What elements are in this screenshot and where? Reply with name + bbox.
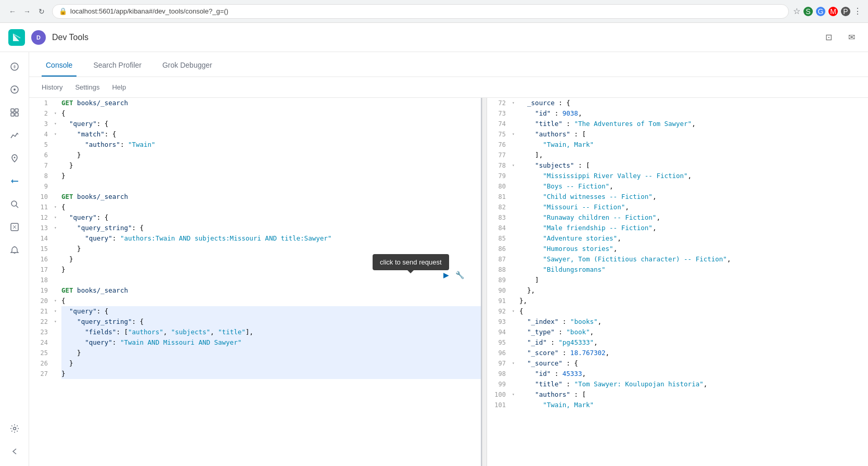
extension-icon-2[interactable]: G [816, 7, 825, 16]
resp-line-76: 76 "Twain, Mark" [487, 140, 868, 150]
editor-content[interactable]: 1 GET books/_search 2 ▾ { [29, 98, 481, 466]
action-buttons: ▶ 🔧 [440, 269, 465, 281]
svg-rect-6 [15, 113, 18, 116]
code-line-23: 23 "fields": ["authors", "subjects", "ti… [29, 327, 481, 337]
svg-point-7 [14, 157, 15, 158]
code-line-6: 6 } [29, 150, 481, 160]
svg-line-9 [16, 206, 18, 208]
mail-icon[interactable]: ✉ [843, 29, 860, 46]
browser-icons: ☆ S G M P ⋮ [793, 6, 862, 16]
collapse-icon [10, 447, 19, 456]
sidebar [0, 52, 29, 466]
resp-line-81: 81 "Child witnesses -- Fiction", [487, 192, 868, 202]
app-title: Dev Tools [52, 33, 88, 42]
fullscreen-icon[interactable]: ⊡ [820, 29, 837, 46]
sidebar-item-canvas[interactable] [4, 217, 25, 237]
code-line-8: 8 } [29, 171, 481, 181]
resp-line-85: 85 "Adventure stories", [487, 233, 868, 244]
play-button[interactable]: ▶ [440, 269, 452, 281]
extension-icon-1[interactable]: S [803, 7, 813, 16]
sidebar-item-search[interactable] [4, 194, 25, 215]
main-layout: Console Search Profiler Grok Debugger Hi… [0, 52, 868, 466]
editor-area: 1 GET books/_search 2 ▾ { [29, 98, 868, 466]
code-line-10: 10 GET books/_search [29, 192, 481, 202]
resp-line-80: 80 "Boys -- Fiction", [487, 181, 868, 192]
resp-line-83: 83 "Runaway children -- Fiction", [487, 212, 868, 223]
sidebar-item-alerts[interactable] [4, 240, 25, 260]
app-header: D Dev Tools ⊡ ✉ [0, 23, 868, 52]
resp-line-78: 78 ▾ "subjects" : [ [487, 160, 868, 171]
resp-line-72: 72 ▾ _source : { [487, 98, 868, 108]
code-line-7: 7 } [29, 160, 481, 171]
content-area: Console Search Profiler Grok Debugger Hi… [29, 52, 868, 466]
response-content: 72 ▾ _source : { 73 "id" : 9038, [487, 98, 868, 410]
svg-rect-5 [11, 113, 14, 116]
tab-grok-debugger[interactable]: Grok Debugger [158, 55, 216, 77]
resp-line-95: 95 "_id" : "pg45333", [487, 337, 868, 348]
svg-point-13 [13, 427, 16, 430]
url-text: localhost:5601/app/kibana#/dev_tools/con… [70, 7, 228, 15]
kibana-logo-svg [11, 32, 22, 43]
tab-search-profiler[interactable]: Search Profiler [89, 55, 146, 77]
dashboard-icon [10, 108, 19, 117]
sidebar-item-maps[interactable] [4, 148, 25, 169]
code-line-20: 20 ▾ { [29, 296, 481, 306]
address-bar[interactable]: 🔒 localhost:5601/app/kibana#/dev_tools/c… [52, 4, 789, 19]
code-line-13: 13 ▾ "query_string": { [29, 223, 481, 233]
tabs-bar: Console Search Profiler Grok Debugger [29, 52, 868, 77]
user-avatar: D [31, 30, 46, 45]
extension-icon-3[interactable]: M [828, 7, 838, 16]
code-lines: 1 GET books/_search 2 ▾ { [29, 98, 481, 379]
help-button[interactable]: Help [112, 81, 126, 93]
code-line-1: 1 GET books/_search [29, 98, 481, 108]
sidebar-item-home[interactable] [4, 56, 25, 77]
resp-line-90: 90 }, [487, 285, 868, 296]
svg-rect-4 [15, 109, 18, 112]
resp-line-96: 96 "_score" : 18.767302, [487, 348, 868, 358]
resp-line-94: 94 "_type" : "book", [487, 327, 868, 337]
code-line-9: 9 [29, 181, 481, 192]
svg-point-2 [14, 89, 16, 91]
code-line-19: 19 GET books/_search [29, 285, 481, 296]
sidebar-item-visualize[interactable] [4, 125, 25, 146]
history-button[interactable]: History [42, 81, 62, 93]
sidebar-item-discover[interactable] [4, 79, 25, 100]
alerts-icon [10, 245, 19, 255]
resp-line-75: 75 ▾ "authors" : [ [487, 129, 868, 140]
settings-icon [10, 424, 19, 433]
code-line-15: 15 } [29, 244, 481, 254]
resp-line-87: 87 "Sawyer, Tom (Fictitious character) -… [487, 254, 868, 265]
extension-icon-4[interactable]: P [841, 7, 850, 16]
sidebar-item-devtools[interactable] [4, 171, 25, 192]
more-icon[interactable]: ⋮ [853, 6, 862, 16]
devtools-icon [10, 177, 19, 186]
tab-console[interactable]: Console [42, 55, 76, 77]
sidebar-item-settings[interactable] [4, 418, 25, 439]
back-button[interactable]: ← [6, 5, 19, 18]
wrench-button[interactable]: 🔧 [454, 269, 465, 281]
response-pane: 72 ▾ _source : { 73 "id" : 9038, [487, 98, 868, 466]
kibana-logo [8, 29, 25, 46]
resp-lines: 72 ▾ _source : { 73 "id" : 9038, [487, 98, 868, 410]
forward-button[interactable]: → [21, 5, 33, 18]
pane-divider [482, 98, 487, 466]
sidebar-item-collapse[interactable] [4, 441, 25, 462]
sidebar-item-dashboard[interactable] [4, 102, 25, 123]
resp-line-79: 79 "Mississippi River Valley -- Fiction"… [487, 171, 868, 181]
resp-line-74: 74 "title" : "The Adventures of Tom Sawy… [487, 119, 868, 129]
canvas-icon [10, 222, 19, 232]
code-line-22: 22 ▾ "query_string": { [29, 317, 481, 327]
code-line-11: 11 ▾ { [29, 202, 481, 212]
code-line-27: 27 } [29, 369, 481, 379]
resp-line-101: 101 "Twain, Mark" [487, 400, 868, 410]
maps-icon [10, 154, 19, 163]
code-line-21: 21 ▾ "query": { [29, 306, 481, 317]
bookmark-icon[interactable]: ☆ [793, 6, 800, 16]
resp-line-93: 93 "_index" : "books", [487, 317, 868, 327]
reload-button[interactable]: ↻ [35, 5, 48, 18]
editor-pane: 1 GET books/_search 2 ▾ { [29, 98, 482, 466]
code-line-17: 17 } [29, 265, 481, 275]
settings-button[interactable]: Settings [75, 81, 99, 93]
code-line-16: 16 } [29, 254, 481, 265]
svg-rect-3 [11, 109, 14, 112]
